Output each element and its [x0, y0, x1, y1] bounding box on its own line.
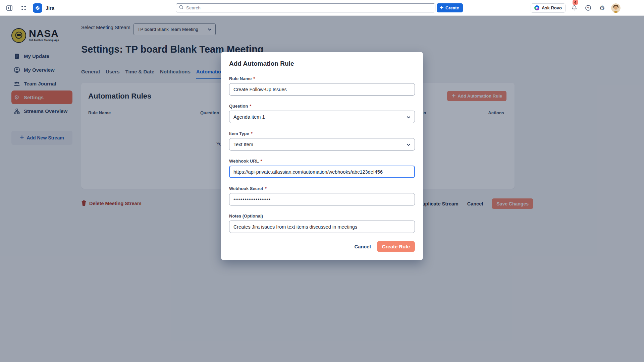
- add-automation-rule-modal: Add Automation Rule Rule Name* Question*…: [221, 52, 423, 260]
- settings-page: NASA Not Another Standup App My Update M…: [0, 16, 644, 362]
- create-rule-button[interactable]: Create Rule: [377, 241, 415, 252]
- required-asterisk: *: [265, 186, 267, 191]
- modal-title: Add Automation Rule: [229, 60, 415, 67]
- svg-text:?: ?: [587, 6, 589, 10]
- help-button[interactable]: ?: [584, 3, 593, 13]
- required-asterisk: *: [261, 159, 262, 164]
- gear-icon: ⚙: [599, 5, 605, 11]
- settings-button[interactable]: ⚙: [597, 3, 607, 13]
- topbar: Jira Create Ask Rovo 4: [0, 0, 644, 16]
- notes-field: Notes (Optional): [229, 214, 415, 233]
- rule-name-field: Rule Name*: [229, 76, 415, 96]
- search-bar[interactable]: [176, 3, 435, 12]
- modal-actions: Cancel Create Rule: [229, 241, 415, 252]
- item-type-field: Item Type* Text Item: [229, 131, 415, 150]
- chevron-down-icon: [407, 142, 411, 147]
- question-field: Question* Agenda item 1: [229, 104, 415, 123]
- notifications-button[interactable]: 4: [570, 3, 579, 13]
- create-button[interactable]: Create: [437, 3, 463, 12]
- rovo-icon: [534, 5, 539, 10]
- question-select[interactable]: Agenda item 1: [229, 111, 415, 123]
- app-switcher-icon[interactable]: [19, 3, 28, 13]
- search-icon: [179, 5, 184, 11]
- required-asterisk: *: [253, 76, 255, 81]
- rule-name-input[interactable]: [229, 83, 415, 96]
- ask-rovo-button[interactable]: Ask Rovo: [531, 3, 566, 13]
- avatar[interactable]: [611, 3, 621, 13]
- app-name: Jira: [46, 5, 54, 11]
- search-input[interactable]: [186, 5, 432, 10]
- webhook-secret-input[interactable]: [229, 193, 415, 205]
- bell-icon: [571, 5, 578, 11]
- plus-icon: [439, 5, 444, 11]
- jira-logo-icon[interactable]: [33, 3, 42, 13]
- webhook-secret-field: Webhook Secret*: [229, 186, 415, 205]
- modal-cancel-button[interactable]: Cancel: [354, 244, 371, 249]
- notes-input[interactable]: [229, 221, 415, 233]
- required-asterisk: *: [250, 104, 251, 109]
- webhook-url-input[interactable]: [229, 166, 415, 178]
- notification-badge: 4: [573, 0, 578, 5]
- chevron-down-icon: [407, 114, 411, 120]
- help-icon: ?: [585, 5, 591, 11]
- item-type-select[interactable]: Text Item: [229, 138, 415, 150]
- required-asterisk: *: [251, 131, 253, 136]
- sidebar-toggle-icon[interactable]: [5, 3, 14, 13]
- webhook-url-field: Webhook URL*: [229, 159, 415, 178]
